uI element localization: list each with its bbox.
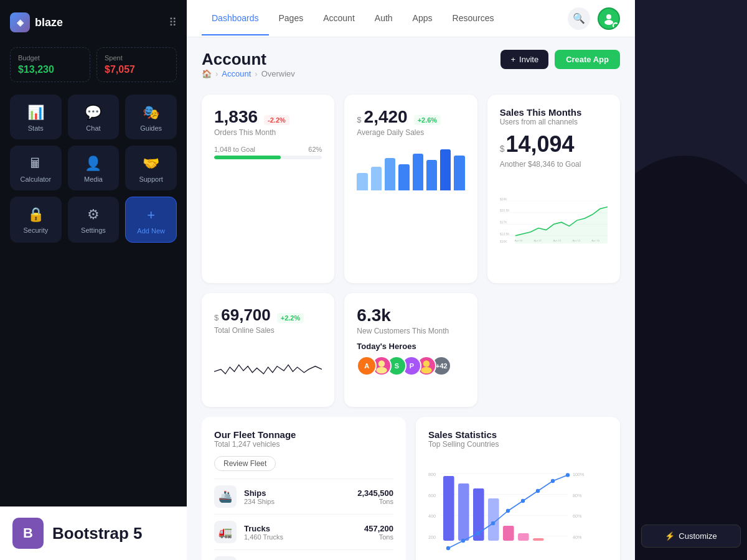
stats-cards-row1: 1,836 -2.2% Orders This Month 1,048 to G… bbox=[202, 95, 620, 283]
svg-rect-29 bbox=[443, 476, 454, 541]
search-button[interactable]: 🔍 bbox=[568, 7, 590, 30]
create-app-button[interactable]: Create App bbox=[555, 50, 620, 69]
page-title-section: Account 🏠 › Account › Overwiev bbox=[202, 50, 295, 90]
customize-button[interactable]: ⚡ Customize bbox=[641, 525, 741, 548]
hero-1: A bbox=[357, 356, 377, 376]
online-change: +2.2% bbox=[277, 313, 304, 323]
content-inner: Account 🏠 › Account › Overwiev + Invite bbox=[187, 37, 635, 560]
svg-rect-34 bbox=[518, 533, 529, 541]
customers-card: 6.3k New Customers This Month Today's He… bbox=[344, 293, 477, 407]
sales-stats-chart: 800 600 400 200 bbox=[428, 454, 608, 560]
bar-1 bbox=[357, 173, 367, 190]
settings-icon: ⚙ bbox=[87, 207, 100, 223]
page-actions: + Invite Create App bbox=[500, 50, 620, 69]
sales-month-another: Another $48,346 to Goal bbox=[500, 160, 608, 169]
sales-month-title: Sales This Months bbox=[500, 107, 608, 118]
sales-month-sub: Users from all channels bbox=[500, 118, 608, 126]
sidebar-logo: ◈ blaze ⠿ bbox=[10, 12, 177, 32]
nav-apps[interactable]: Apps bbox=[403, 2, 443, 35]
bar-6 bbox=[426, 160, 437, 190]
bar-8 bbox=[454, 156, 464, 190]
sidebar-item-chat[interactable]: 💬 Chat bbox=[68, 95, 120, 139]
bottom-row: Our Fleet Tonnage Total 1,247 vehicles R… bbox=[202, 417, 620, 560]
guides-label: Guides bbox=[140, 124, 162, 132]
nav-resources[interactable]: Resources bbox=[443, 2, 504, 35]
sales-month-value: 14,094 bbox=[505, 131, 574, 157]
sidebar-item-guides[interactable]: 🎭 Guides bbox=[125, 95, 177, 139]
goal-current: 1,048 to Goal bbox=[214, 146, 255, 153]
review-fleet-button[interactable]: Review Fleet bbox=[214, 456, 276, 471]
user-avatar[interactable] bbox=[598, 7, 620, 30]
sidebar-item-calculator[interactable]: 🖩 Calculator bbox=[10, 146, 62, 190]
chat-label: Chat bbox=[86, 124, 100, 132]
sidebar-item-media[interactable]: 👤 Media bbox=[68, 146, 120, 190]
fleet-title: Our Fleet Tonnage bbox=[214, 429, 393, 440]
security-label: Security bbox=[23, 226, 48, 234]
invite-label: Invite bbox=[519, 55, 538, 64]
orders-progress-section: 1,048 to Goal 62% bbox=[214, 146, 322, 159]
online-sales-chart bbox=[214, 342, 322, 392]
customize-label: Customize bbox=[679, 531, 716, 541]
budget-row: Budget $13,230 Spent $7,057 bbox=[10, 47, 177, 82]
dark-panel-bg bbox=[635, 0, 747, 560]
fleet-section: Our Fleet Tonnage Total 1,247 vehicles R… bbox=[202, 417, 406, 560]
nav-grid: 📊 Stats 💬 Chat 🎭 Guides 🖩 Calculator 👤 M… bbox=[10, 95, 177, 243]
customize-icon: ⚡ bbox=[665, 531, 675, 541]
svg-rect-33 bbox=[503, 526, 514, 541]
bootstrap-icon: B bbox=[12, 518, 44, 549]
nav-auth[interactable]: Auth bbox=[365, 2, 403, 35]
sidebar-menu-icon[interactable]: ⠿ bbox=[169, 16, 177, 29]
sidebar-item-add-new[interactable]: + Add New bbox=[125, 197, 177, 243]
sidebar-item-settings[interactable]: ⚙ Settings bbox=[68, 197, 120, 243]
topnav-right: 🔍 bbox=[568, 7, 620, 30]
svg-point-37 bbox=[461, 539, 465, 543]
online-sales-value: 69,700 bbox=[221, 306, 271, 325]
planes-icon: ✈️ bbox=[214, 556, 237, 560]
nav-items: Dashboards Pages Account Auth Apps Resou… bbox=[202, 2, 568, 35]
breadcrumb-account[interactable]: Account bbox=[222, 69, 251, 78]
svg-text:Apr 04: Apr 04 bbox=[514, 239, 522, 242]
svg-text:800: 800 bbox=[428, 472, 436, 477]
calculator-label: Calculator bbox=[21, 175, 52, 183]
goal-pct: 62% bbox=[308, 146, 322, 153]
invite-button[interactable]: + Invite bbox=[500, 50, 548, 69]
sidebar-item-stats[interactable]: 📊 Stats bbox=[10, 95, 62, 139]
nav-account[interactable]: Account bbox=[313, 2, 365, 35]
svg-point-40 bbox=[506, 509, 510, 513]
svg-text:Apr 16: Apr 16 bbox=[591, 239, 599, 242]
heroes-section: Today's Heroes A S P bbox=[357, 342, 464, 376]
svg-point-50 bbox=[635, 156, 747, 560]
page-title: Account bbox=[202, 50, 295, 69]
svg-text:$10K: $10K bbox=[500, 240, 507, 243]
sidebar-item-security[interactable]: 🔒 Security bbox=[10, 197, 62, 243]
svg-text:400: 400 bbox=[428, 513, 436, 519]
support-label: Support bbox=[139, 175, 163, 183]
daily-sales-value: 2,420 bbox=[364, 107, 408, 127]
bar-5 bbox=[413, 154, 423, 191]
online-prefix: $ bbox=[214, 313, 218, 322]
breadcrumb-overview: Overwiev bbox=[261, 69, 295, 78]
svg-text:Apr 13: Apr 13 bbox=[572, 239, 580, 242]
breadcrumb-home[interactable]: 🏠 bbox=[202, 69, 212, 78]
fleet-trucks: 🚛 Trucks 1,460 Trucks 457,200 Tons bbox=[214, 514, 393, 549]
svg-point-36 bbox=[446, 546, 450, 550]
calculator-icon: 🖩 bbox=[29, 156, 42, 172]
sidebar-item-support[interactable]: 🤝 Support bbox=[125, 146, 177, 190]
sidebar: ◈ blaze ⠿ Budget $13,230 Spent $7,057 📊 … bbox=[0, 0, 187, 560]
settings-label: Settings bbox=[81, 226, 106, 234]
nav-dashboards[interactable]: Dashboards bbox=[202, 2, 269, 35]
svg-point-20 bbox=[421, 367, 433, 374]
stats-icon: 📊 bbox=[27, 105, 44, 121]
spent-card: Spent $7,057 bbox=[96, 47, 177, 82]
svg-text:40%: 40% bbox=[573, 534, 582, 540]
stats-cards-row2: $ 69,700 +2.2% Total Online Sales bbox=[202, 293, 620, 407]
svg-point-43 bbox=[551, 479, 555, 483]
svg-text:100%: 100% bbox=[573, 472, 585, 477]
page-header: Account 🏠 › Account › Overwiev + Invite bbox=[202, 50, 620, 90]
orders-label: Orders This Month bbox=[214, 128, 322, 137]
svg-text:80%: 80% bbox=[573, 493, 582, 498]
nav-pages[interactable]: Pages bbox=[269, 2, 314, 35]
svg-point-17 bbox=[378, 360, 385, 367]
svg-rect-30 bbox=[458, 483, 469, 541]
main-area: Dashboards Pages Account Auth Apps Resou… bbox=[187, 0, 635, 560]
